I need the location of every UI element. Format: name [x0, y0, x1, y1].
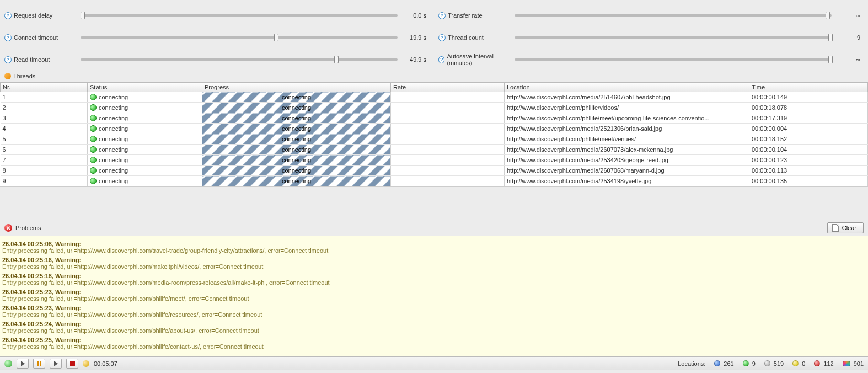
- status-dot-icon: [90, 178, 97, 184]
- column-header[interactable]: Nr.: [1, 83, 88, 92]
- stop-button[interactable]: [66, 359, 78, 369]
- table-row[interactable]: 4connectingconnectinghttp://www.discover…: [1, 124, 868, 134]
- slider-thumb[interactable]: [334, 56, 339, 63]
- status-count-red: 112: [814, 360, 833, 367]
- help-icon[interactable]: ?: [438, 34, 446, 41]
- status-count-value: 519: [774, 360, 784, 367]
- status-count-value: 0: [802, 360, 805, 367]
- log-body: Entry processing failed, url=http://www.…: [2, 247, 866, 254]
- log-header: 26.04.14 00:25:24, Warning:: [2, 321, 866, 327]
- status-dot-icon: [90, 104, 97, 111]
- column-header[interactable]: Progress: [202, 83, 391, 92]
- table-row[interactable]: 8connectingconnectinghttp://www.discover…: [1, 166, 868, 176]
- cell-progress: connecting: [202, 124, 391, 134]
- setting-value: ∞: [836, 12, 864, 19]
- cell-time: 00:00:00.135: [749, 176, 868, 186]
- cell-time: 00:00:00.123: [749, 155, 868, 166]
- cell-time: 00:00:00.113: [749, 166, 868, 176]
- slider-thumb[interactable]: [274, 34, 278, 41]
- status-count-green: 9: [743, 360, 756, 367]
- cell-time: 00:00:18.152: [749, 134, 868, 145]
- help-icon[interactable]: ?: [438, 56, 444, 63]
- clear-button[interactable]: Clear: [827, 222, 864, 233]
- cell-progress: connecting: [202, 145, 391, 155]
- cell-time: 00:00:00.104: [749, 145, 868, 155]
- cell-rate: [391, 166, 505, 176]
- table-row[interactable]: 7connectingconnectinghttp://www.discover…: [1, 155, 868, 166]
- column-header[interactable]: Status: [88, 83, 202, 92]
- setting-label: Transfer rate: [448, 12, 483, 19]
- help-icon[interactable]: ?: [4, 56, 12, 63]
- table-row[interactable]: 6connectingconnectinghttp://www.discover…: [1, 145, 868, 155]
- setting-value: 19.9 s: [402, 34, 430, 41]
- log-header: 26.04.14 00:25:23, Warning:: [2, 305, 866, 311]
- step-button[interactable]: [50, 359, 62, 369]
- slider-track[interactable]: [81, 36, 398, 39]
- cell-rate: [391, 124, 505, 134]
- setting-row-autosave-interval-minutes-: ?Autosave interval (minutes)∞: [438, 49, 864, 71]
- setting-row-connect-timeout: ?Connect timeout19.9 s: [4, 26, 430, 49]
- help-icon[interactable]: ?: [4, 12, 12, 19]
- help-icon[interactable]: ?: [4, 34, 12, 41]
- cell-status: connecting: [88, 145, 202, 155]
- status-dot-blue-icon: [714, 360, 720, 366]
- table-row[interactable]: 3connectingconnectinghttp://www.discover…: [1, 113, 868, 124]
- status-dot-multi-icon: [843, 361, 850, 366]
- setting-value: 49.9 s: [402, 56, 430, 63]
- cell-rate: [391, 134, 505, 145]
- status-count-blue: 261: [714, 360, 733, 367]
- status-dot-red-icon: [814, 360, 820, 366]
- slider-track[interactable]: [515, 58, 832, 61]
- slider-thumb[interactable]: [81, 12, 85, 19]
- slider-track[interactable]: [81, 58, 398, 61]
- cell-status: connecting: [88, 103, 202, 113]
- column-header[interactable]: Time: [749, 83, 868, 92]
- slider-thumb[interactable]: [826, 12, 830, 19]
- cell-location: http://www.discoverphl.com/phllife/meet/…: [505, 134, 749, 145]
- setting-row-transfer-rate: ?Transfer rate∞: [438, 4, 864, 26]
- column-header[interactable]: Location: [505, 83, 749, 92]
- table-row[interactable]: 2connectingconnectinghttp://www.discover…: [1, 103, 868, 113]
- problems-label: Problems: [15, 225, 41, 231]
- log-entry: 26.04.14 00:25:23, Warning:Entry process…: [0, 287, 868, 303]
- status-count-value: 112: [823, 360, 833, 367]
- log-header: 26.04.14 00:25:23, Warning:: [2, 289, 866, 295]
- column-header[interactable]: Rate: [391, 83, 505, 92]
- play-button[interactable]: [17, 359, 29, 369]
- cell-status: connecting: [88, 92, 202, 103]
- table-row[interactable]: 1connectingconnectinghttp://www.discover…: [1, 92, 868, 103]
- setting-row-read-timeout: ?Read timeout49.9 s: [4, 49, 430, 71]
- setting-value: 0.0 s: [402, 12, 430, 19]
- setting-label: Connect timeout: [14, 34, 58, 41]
- slider-track[interactable]: [515, 36, 832, 39]
- record-icon: [83, 360, 89, 367]
- table-row[interactable]: 5connectingconnectinghttp://www.discover…: [1, 134, 868, 145]
- log-entry: 26.04.14 00:25:08, Warning:Entry process…: [0, 239, 868, 255]
- slider-thumb[interactable]: [828, 56, 833, 63]
- log-entry: 26.04.14 00:25:25, Warning:Entry process…: [0, 335, 868, 351]
- cell-nr: 4: [1, 124, 88, 134]
- slider-track[interactable]: [515, 14, 832, 17]
- cell-progress: connecting: [202, 155, 391, 166]
- table-row[interactable]: 9connectingconnectinghttp://www.discover…: [1, 176, 868, 186]
- setting-value: ∞: [836, 56, 864, 63]
- log-body: Entry processing failed, url=http://www.…: [2, 279, 866, 286]
- clear-label: Clear: [842, 225, 856, 231]
- pause-button[interactable]: [33, 359, 45, 369]
- slider-track[interactable]: [81, 14, 398, 17]
- threads-label: Threads: [13, 73, 35, 79]
- problems-log[interactable]: … 26.04.14 00:25:08, Warning:Entry proce…: [0, 236, 868, 356]
- status-count-value: 9: [752, 360, 756, 367]
- cell-nr: 3: [1, 113, 88, 124]
- cell-location: http://www.discoverphl.com/media/2607068…: [505, 166, 749, 176]
- cell-status: connecting: [88, 124, 202, 134]
- cell-status: connecting: [88, 155, 202, 166]
- problems-header-bar: ✕ Problems Clear: [0, 220, 868, 236]
- log-body: Entry processing failed, url=http://www.…: [2, 295, 866, 302]
- status-count-yellow: 0: [792, 360, 805, 367]
- cell-status: connecting: [88, 176, 202, 186]
- log-body: Entry processing failed, url=http://www.…: [2, 343, 866, 350]
- slider-thumb[interactable]: [828, 34, 833, 41]
- help-icon[interactable]: ?: [438, 12, 446, 19]
- cell-status: connecting: [88, 134, 202, 145]
